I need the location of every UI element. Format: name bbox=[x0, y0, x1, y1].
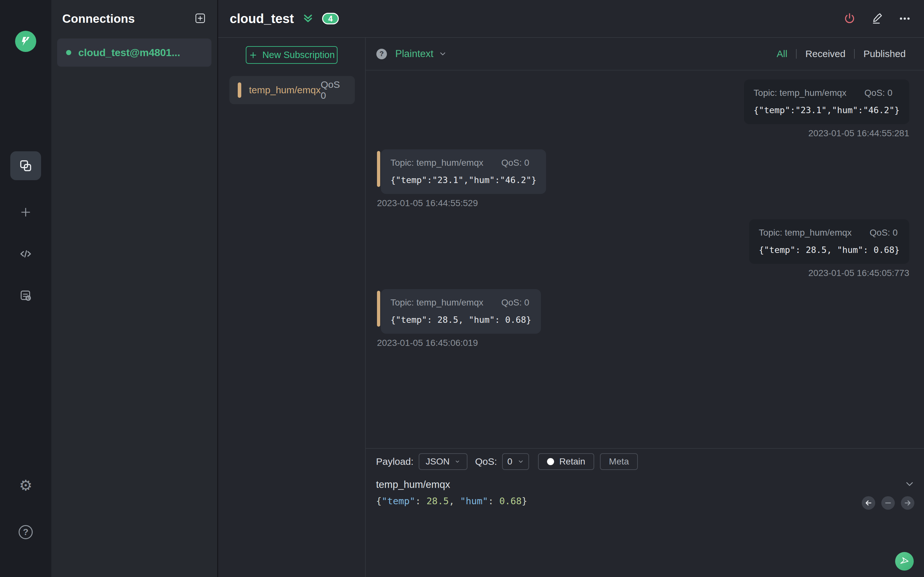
chevron-down-icon bbox=[905, 479, 914, 489]
disconnect-button[interactable] bbox=[843, 12, 856, 25]
double-chevron-down-icon bbox=[302, 13, 314, 24]
messages-column: ? Plaintext All Received Published bbox=[366, 38, 924, 577]
collapse-publish-button[interactable] bbox=[905, 479, 914, 490]
paper-plane-icon bbox=[899, 556, 910, 567]
history-clear-button[interactable] bbox=[881, 496, 895, 510]
log-file-icon bbox=[19, 289, 32, 302]
message-topic: Topic: temp_hum/emqx bbox=[391, 298, 483, 308]
arrow-right-icon bbox=[903, 499, 912, 507]
subscription-qos: QoS 0 bbox=[320, 79, 346, 101]
payload-token: : bbox=[488, 496, 499, 506]
subscription-item[interactable]: temp_hum/emqx QoS 0 bbox=[229, 76, 355, 104]
payload-format-label: Payload: bbox=[376, 456, 414, 467]
message-published: Topic: temp_hum/emqx QoS: 0 {"temp":"23.… bbox=[377, 79, 909, 139]
message-bubble: Topic: temp_hum/emqx QoS: 0 {"temp":"23.… bbox=[744, 79, 909, 124]
payload-token: "hum" bbox=[460, 496, 488, 506]
payload-token: } bbox=[522, 496, 527, 506]
message-topic: Topic: temp_hum/emqx bbox=[754, 88, 846, 98]
chevron-down-icon bbox=[455, 458, 460, 466]
code-icon bbox=[19, 247, 32, 261]
sidebar-bottom-nav: ⚙ ? bbox=[16, 476, 35, 542]
connection-header-bar: cloud_test 4 bbox=[218, 0, 924, 38]
message-list: Topic: temp_hum/emqx QoS: 0 {"temp":"23.… bbox=[366, 71, 924, 448]
filter-tab-received[interactable]: Received bbox=[796, 48, 854, 59]
retain-toggle[interactable]: Retain bbox=[538, 453, 594, 470]
sidebar-item-new-connection[interactable] bbox=[16, 203, 35, 222]
sidebar-item-script[interactable] bbox=[16, 244, 35, 263]
pencil-icon bbox=[871, 12, 884, 25]
connections-header: Connections bbox=[51, 0, 217, 38]
filter-tab-all[interactable]: All bbox=[768, 48, 796, 59]
more-options-button[interactable] bbox=[898, 12, 911, 25]
history-prev-button[interactable] bbox=[862, 496, 875, 510]
message-timestamp: 2023-01-05 16:44:55:281 bbox=[809, 128, 909, 139]
connection-name: cloud_test@m4801... bbox=[78, 47, 180, 59]
new-subscription-button[interactable]: New Subscription bbox=[246, 46, 338, 64]
publish-panel: Payload: JSON QoS: 0 Retain bbox=[366, 448, 924, 577]
filter-tab-published[interactable]: Published bbox=[855, 48, 914, 59]
message-payload: {"temp":"23.1","hum":"46.2"} bbox=[391, 175, 536, 185]
payload-token: 0.68 bbox=[499, 496, 522, 506]
message-timestamp: 2023-01-05 16:45:06:019 bbox=[377, 338, 478, 348]
publish-options-row: Payload: JSON QoS: 0 Retain bbox=[376, 453, 914, 470]
add-connection-button[interactable] bbox=[194, 12, 206, 26]
new-subscription-label: New Subscription bbox=[262, 50, 335, 60]
message-timestamp: 2023-01-05 16:44:55:529 bbox=[377, 198, 478, 208]
message-payload: {"temp":"23.1","hum":"46.2"} bbox=[754, 105, 900, 115]
payload-token: "temp" bbox=[381, 496, 415, 506]
connection-title: cloud_test bbox=[230, 11, 294, 26]
message-topic: Topic: temp_hum/emqx bbox=[391, 158, 483, 168]
history-next-button[interactable] bbox=[901, 496, 914, 510]
publish-topic-input[interactable]: temp_hum/emqx bbox=[376, 479, 450, 490]
payload-history-pager bbox=[862, 496, 914, 510]
connection-list-item[interactable]: cloud_test@m4801... bbox=[57, 39, 212, 67]
publish-payload-editor[interactable]: {"temp": 28.5, "hum": 0.68} bbox=[376, 496, 914, 506]
messages-toolbar: ? Plaintext All Received Published bbox=[366, 38, 924, 71]
mqttx-logo-icon bbox=[15, 31, 36, 52]
qos-value: 0 bbox=[507, 456, 512, 467]
message-format-select[interactable]: Plaintext bbox=[395, 48, 447, 60]
plus-square-icon bbox=[194, 12, 206, 24]
subscription-color-bar bbox=[238, 82, 241, 98]
message-qos: QoS: 0 bbox=[501, 158, 529, 168]
chevron-down-icon bbox=[517, 458, 524, 465]
meta-button[interactable]: Meta bbox=[600, 453, 638, 470]
qos-label: QoS: bbox=[475, 456, 497, 467]
subscriptions-column: New Subscription temp_hum/emqx QoS 0 bbox=[218, 38, 366, 577]
message-bubble: Topic: temp_hum/emqx QoS: 0 {"temp": 28.… bbox=[381, 289, 541, 334]
chevron-down-icon bbox=[439, 50, 447, 58]
edit-connection-button[interactable] bbox=[871, 12, 884, 25]
connections-panel: Connections cloud_test@m4801... bbox=[51, 0, 218, 577]
connection-title-group: cloud_test 4 bbox=[230, 11, 339, 26]
send-button[interactable] bbox=[895, 552, 914, 571]
sidebar-item-connections[interactable] bbox=[10, 151, 41, 180]
settings-button[interactable]: ⚙ bbox=[16, 476, 35, 495]
message-bubble: Topic: temp_hum/emqx QoS: 0 {"temp": 28.… bbox=[749, 219, 909, 264]
connection-actions bbox=[843, 12, 911, 25]
message-format-value: Plaintext bbox=[395, 48, 433, 60]
retain-dot-icon bbox=[547, 458, 554, 465]
subscription-topic: temp_hum/emqx bbox=[249, 85, 320, 95]
ellipsis-icon bbox=[898, 12, 911, 25]
sidebar-nav bbox=[10, 151, 41, 305]
payload-token: 28.5 bbox=[426, 496, 449, 506]
help-icon: ? bbox=[19, 525, 33, 539]
message-qos: QoS: 0 bbox=[864, 88, 892, 98]
collapse-panel-button[interactable] bbox=[302, 13, 314, 24]
publish-topic-row: temp_hum/emqx bbox=[376, 479, 914, 490]
meta-label: Meta bbox=[609, 456, 629, 467]
sidebar-item-log[interactable] bbox=[16, 286, 35, 305]
payload-format-select[interactable]: JSON bbox=[419, 453, 467, 470]
app-sidebar: ⚙ ? bbox=[0, 0, 51, 577]
message-bubble: Topic: temp_hum/emqx QoS: 0 {"temp":"23.… bbox=[381, 149, 546, 194]
help-button[interactable]: ? bbox=[16, 522, 35, 542]
payload-format-help-icon[interactable]: ? bbox=[376, 49, 387, 59]
plus-icon bbox=[19, 206, 32, 219]
message-qos: QoS: 0 bbox=[870, 227, 898, 238]
arrow-left-icon bbox=[864, 499, 873, 507]
gear-icon: ⚙ bbox=[19, 478, 32, 493]
main-area: cloud_test 4 bbox=[218, 0, 924, 577]
qos-select[interactable]: 0 bbox=[502, 453, 529, 470]
message-payload: {"temp": 28.5, "hum": 0.68} bbox=[759, 245, 900, 255]
message-filter-tabs: All Received Published bbox=[768, 48, 914, 59]
